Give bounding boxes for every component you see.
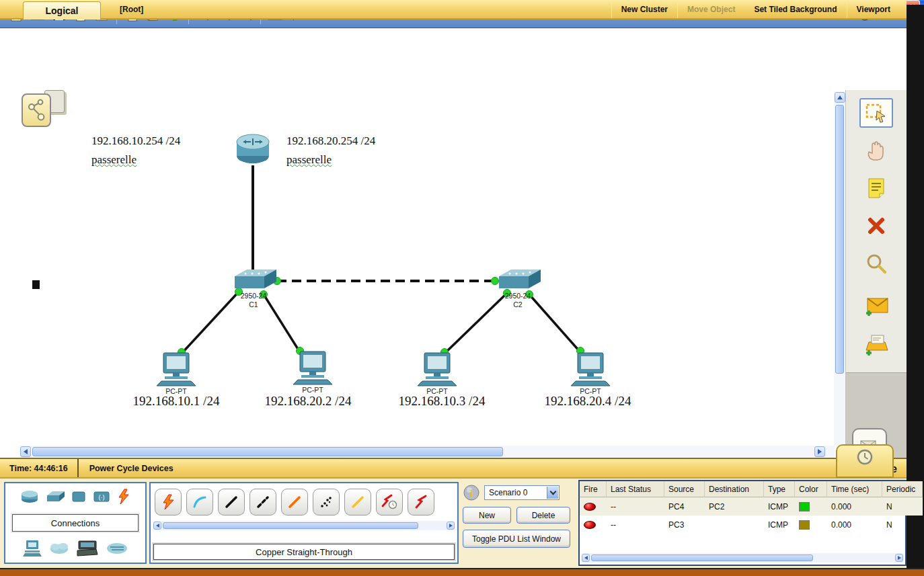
scroll-right-arrow[interactable] — [447, 522, 455, 530]
scenario-panel: i Scenario 0 New Delete Toggle PDU List … — [463, 484, 574, 563]
scroll-right-arrow[interactable] — [895, 554, 903, 562]
set-tiled-background-button[interactable]: Set Tiled Background — [744, 0, 846, 18]
scenario-new-button[interactable]: New — [463, 507, 511, 524]
select-tool-button[interactable] — [859, 98, 893, 128]
logical-workspace-tab[interactable] — [22, 93, 51, 127]
move-object-button[interactable]: Move Object — [678, 0, 744, 18]
device-pc1[interactable] — [155, 352, 197, 387]
connection-console-icon[interactable] — [186, 489, 213, 516]
scenario-select[interactable]: Scenario 0 — [484, 485, 560, 500]
vertical-scroll-thumb[interactable] — [835, 105, 844, 374]
topology-canvas[interactable]: 192.168.10.254 /24 passerelle 192.168.20… — [20, 90, 834, 446]
connection-fiber-icon[interactable] — [281, 489, 308, 516]
connection-serial-dce-icon[interactable] — [376, 489, 403, 516]
gateway-ip-note-left[interactable]: 192.168.10.254 /24 — [90, 134, 182, 148]
device-pc3[interactable] — [416, 352, 458, 387]
pdu-col-destination[interactable]: Destination — [705, 481, 764, 497]
connection-scroll-thumb[interactable] — [163, 522, 418, 529]
gateway-note-left[interactable]: passerelle — [90, 153, 138, 167]
viewport-button[interactable]: Viewport — [847, 0, 907, 18]
topology-graph-icon — [26, 99, 46, 122]
ip-note-pc4[interactable]: 192.168.20.4 /24 — [542, 394, 634, 409]
switches-category-icon[interactable] — [46, 490, 65, 503]
switch-model-label: 2950-24 — [241, 292, 267, 300]
fire-pdu-button[interactable] — [584, 521, 596, 529]
add-complex-pdu-button[interactable] — [859, 331, 893, 360]
pdu-col-fire[interactable]: Fire — [580, 481, 607, 497]
connection-serial-dte-icon[interactable] — [408, 489, 434, 516]
delete-tool-button[interactable] — [859, 211, 893, 241]
pdu-col-type[interactable]: Type — [764, 481, 795, 497]
pdu-list-scrollbar[interactable] — [582, 553, 903, 563]
chevron-down-icon[interactable] — [547, 487, 558, 499]
place-note-tool-button[interactable] — [859, 173, 893, 203]
tab-logical[interactable]: Logical — [23, 1, 101, 19]
connection-copper-straight-through-icon[interactable] — [218, 489, 245, 516]
device-pc2[interactable] — [292, 351, 334, 386]
canvas-vertical-scrollbar[interactable] — [834, 91, 845, 446]
scroll-right-arrow[interactable] — [814, 446, 825, 457]
root-cluster-button[interactable]: [Root] — [120, 5, 143, 14]
switch-icon — [231, 268, 276, 292]
device-switch-c1[interactable] — [231, 268, 276, 292]
horizontal-scroll-thumb[interactable] — [32, 447, 503, 456]
connection-coaxial-icon[interactable] — [344, 489, 371, 516]
router-icon — [235, 133, 270, 165]
gateway-ip-note-right[interactable]: 192.168.20.254 /24 — [285, 134, 377, 148]
pdu-col-time[interactable]: Time (sec) — [827, 481, 882, 497]
clock-icon — [856, 448, 874, 466]
pdu-destination: PC2 — [705, 497, 764, 516]
custom-made-devices-category-icon[interactable] — [76, 540, 99, 557]
canvas-horizontal-scrollbar[interactable] — [20, 446, 835, 458]
pdu-type: ICMP — [764, 497, 795, 516]
pdu-scroll-thumb[interactable] — [591, 554, 813, 561]
pdu-col-last-status[interactable]: Last Status — [607, 481, 664, 497]
ip-note-pc3[interactable]: 192.168.10.3 /24 — [396, 394, 488, 409]
device-pc4[interactable] — [570, 352, 611, 387]
device-router[interactable] — [235, 133, 270, 165]
scenario-select-value: Scenario 0 — [489, 488, 527, 497]
end-devices-category-icon[interactable] — [22, 540, 42, 557]
ip-note-pc1[interactable]: 192.168.10.1 /24 — [130, 394, 223, 409]
pdu-col-source[interactable]: Source — [664, 481, 705, 497]
hubs-category-icon[interactable] — [71, 490, 86, 503]
add-simple-pdu-button[interactable] — [859, 292, 893, 321]
pdu-col-periodic[interactable]: Periodic — [882, 481, 923, 497]
screen-bottom-edge — [0, 568, 924, 576]
gateway-note-right[interactable]: passerelle — [285, 153, 333, 167]
connection-automatic-icon[interactable] — [155, 489, 182, 516]
scroll-up-arrow[interactable] — [835, 92, 845, 103]
pdu-col-color[interactable]: Color — [795, 481, 827, 497]
realtime-mode-tab[interactable] — [836, 444, 894, 478]
toggle-pdu-list-button[interactable]: Toggle PDU List Window — [463, 530, 570, 548]
pdu-last-status: -- — [607, 516, 664, 534]
connection-palette-scrollbar[interactable] — [153, 521, 455, 530]
connection-phone-icon[interactable] — [313, 489, 340, 516]
device-switch-c2[interactable] — [495, 268, 541, 292]
scroll-left-arrow[interactable] — [582, 554, 590, 562]
connections-category-icon[interactable] — [117, 489, 130, 505]
multiuser-connection-category-icon[interactable] — [106, 542, 128, 555]
scroll-left-arrow[interactable] — [20, 446, 31, 457]
wireless-devices-category-icon[interactable]: (·) — [93, 490, 110, 503]
ip-note-pc2[interactable]: 192.168.20.2 /24 — [262, 394, 354, 409]
fire-pdu-button[interactable] — [584, 503, 596, 511]
common-tools-panel — [845, 90, 907, 458]
new-cluster-button[interactable]: New Cluster — [612, 0, 677, 18]
move-layout-tool-button[interactable] — [859, 136, 893, 165]
routers-category-icon[interactable] — [20, 490, 39, 503]
pdu-color-swatch[interactable] — [799, 520, 810, 530]
connection-copper-cross-over-icon[interactable] — [249, 489, 276, 516]
inspect-tool-button[interactable] — [859, 249, 893, 278]
add-simple-pdu-icon — [863, 296, 889, 317]
switch-model-label: 2950-24 — [505, 292, 531, 300]
scenario-info-icon[interactable]: i — [463, 484, 480, 501]
scenario-delete-button[interactable]: Delete — [516, 507, 570, 524]
packet-tracer-window: Packet Tracer 5.0 by Cisco Systems, Inc.… — [0, 0, 924, 576]
pdu-color-swatch[interactable] — [799, 502, 810, 511]
select-icon — [865, 103, 888, 123]
scroll-left-arrow[interactable] — [153, 522, 161, 530]
pdu-row: -- PC4 PC2 ICMP 0.000 N — [580, 497, 905, 516]
power-cycle-devices-button[interactable]: Power Cycle Devices — [79, 464, 184, 473]
wan-emulation-category-icon[interactable] — [49, 542, 69, 555]
